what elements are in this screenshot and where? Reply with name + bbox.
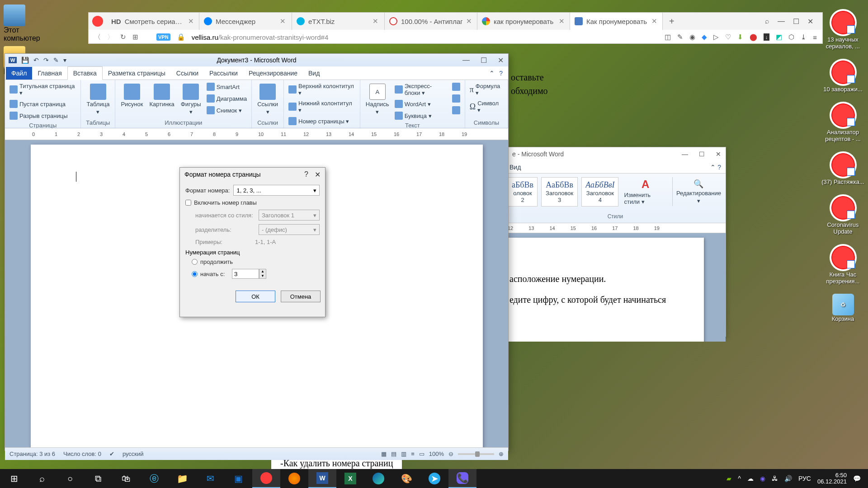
tab-view[interactable]: Вид: [303, 67, 325, 80]
back-button[interactable]: 〈: [94, 33, 101, 42]
tab-2[interactable]: Мессенджер✕: [199, 13, 292, 30]
explorer-icon[interactable]: 📁: [168, 469, 196, 488]
minimize-icon[interactable]: —: [462, 56, 470, 65]
ext-icon-3[interactable]: ▷: [713, 33, 719, 41]
tray-nvidia-icon[interactable]: ▰: [726, 475, 731, 482]
horizontal-ruler[interactable]: document.write(Array.from({length:20},(_…: [5, 128, 508, 140]
close-icon[interactable]: ✕: [651, 17, 658, 25]
header-button[interactable]: Верхний колонтитул ▾: [288, 82, 356, 97]
tab-3[interactable]: eTXT.biz✕: [292, 13, 385, 30]
cancel-button[interactable]: Отмена: [281, 291, 321, 302]
word2-document[interactable]: асположение нумерации. едите цифру, с ко…: [505, 233, 726, 342]
table-button[interactable]: Таблица▾: [85, 82, 111, 117]
ext-icon-2[interactable]: ◉: [689, 33, 695, 41]
save-icon[interactable]: 💾: [21, 56, 29, 64]
page-indicator[interactable]: Страница: 3 из 6: [9, 450, 55, 457]
close-icon[interactable]: ✕: [188, 17, 194, 25]
dialog-title-bar[interactable]: Формат номера страницы ?✕: [180, 168, 325, 181]
cube-icon[interactable]: ⬡: [788, 33, 794, 41]
search-icon[interactable]: ⌕: [765, 17, 769, 25]
cover-page-button[interactable]: Титульная страница ▾: [9, 82, 77, 97]
spell-icon[interactable]: ✔: [109, 450, 114, 457]
page-break-button[interactable]: Разрыв страницы: [9, 111, 77, 121]
word-taskbar-icon[interactable]: W: [308, 469, 336, 488]
change-styles-button[interactable]: AИзменить стили ▾: [622, 176, 668, 207]
qa-dropdown-icon[interactable]: ▾: [63, 56, 66, 64]
tab-review[interactable]: Рецензирование: [243, 67, 303, 80]
object-button[interactable]: [451, 105, 461, 115]
clock[interactable]: 6:50 06.12.2021: [817, 472, 847, 485]
app-icon[interactable]: ▣: [224, 469, 252, 488]
close-icon[interactable]: ✕: [807, 17, 813, 26]
style-heading2[interactable]: аБбВволовок 2: [508, 177, 538, 206]
opera-shortcut-5[interactable]: Coronavirus Update: [821, 194, 864, 235]
notifications-icon[interactable]: 💬: [853, 475, 861, 482]
opera-menu-button[interactable]: [89, 16, 107, 27]
ie-icon[interactable]: ⓔ: [140, 469, 168, 488]
number-format-select[interactable]: 1, 2, 3, ...▾: [233, 185, 320, 196]
undo-icon[interactable]: ↶: [33, 56, 39, 64]
close-icon[interactable]: ✕: [280, 17, 287, 25]
view-read-icon[interactable]: ▤: [391, 450, 396, 457]
textbox-button[interactable]: AНадпись▾: [364, 82, 391, 121]
paint-icon[interactable]: 🎨: [392, 469, 420, 488]
help-icon[interactable]: ?: [304, 170, 308, 179]
tab-view[interactable]: Вид: [509, 164, 521, 171]
smartart-button[interactable]: SmartArt: [206, 82, 248, 92]
sidebar-icon[interactable]: ◫: [665, 33, 671, 41]
opera-shortcut-4[interactable]: (37) Растяжка...: [821, 151, 864, 185]
help-icon[interactable]: ?: [717, 164, 721, 171]
zoom-slider[interactable]: [458, 453, 494, 455]
zoom-out-button[interactable]: ⊖: [448, 450, 453, 457]
clipart-button[interactable]: Картинка: [147, 82, 176, 117]
close-icon[interactable]: ✕: [315, 170, 321, 179]
mail-icon[interactable]: ✉: [196, 469, 224, 488]
page-number-button[interactable]: Номер страницы ▾: [288, 116, 356, 126]
datetime-button[interactable]: [451, 94, 461, 103]
view-outline-icon[interactable]: ≡: [411, 450, 415, 457]
spinner-down[interactable]: ▼: [259, 274, 266, 278]
tab-layout[interactable]: Разметка страницы: [103, 67, 171, 80]
zoom-in-button[interactable]: ⊕: [499, 450, 504, 457]
view-print-icon[interactable]: ▦: [381, 450, 387, 457]
tab-4[interactable]: 100.00% - Антиплаги...✕: [385, 13, 477, 30]
view-web-icon[interactable]: ▥: [401, 450, 406, 457]
tab-insert[interactable]: Вставка: [67, 66, 103, 80]
word-count[interactable]: Число слов: 0: [63, 450, 101, 457]
tab-mailings[interactable]: Рассылки: [204, 67, 243, 80]
language-indicator[interactable]: РУС: [798, 475, 811, 482]
tab-home[interactable]: Главная: [32, 67, 67, 80]
collapse-ribbon-icon[interactable]: ⌃: [710, 164, 716, 171]
minimize-icon[interactable]: —: [682, 150, 688, 158]
vpn-badge[interactable]: VPN: [156, 33, 170, 41]
shield-icon[interactable]: ◆: [702, 33, 707, 41]
tab-references[interactable]: Ссылки: [171, 67, 204, 80]
continue-radio[interactable]: [192, 259, 198, 265]
tray-cloud-icon[interactable]: ☁: [747, 475, 754, 482]
spinner-up[interactable]: ▲: [259, 269, 266, 274]
language-indicator[interactable]: русский: [123, 450, 144, 457]
opera-taskbar-icon[interactable]: [252, 469, 280, 488]
store-icon[interactable]: 🛍: [112, 469, 140, 488]
editing-button[interactable]: 🔍Редактирование▾: [672, 177, 723, 206]
redo-icon[interactable]: ↷: [43, 56, 49, 64]
url-text[interactable]: vellisa.ru/kak-pronumerovat-stranitsyi-w…: [192, 33, 329, 41]
screenshot-button[interactable]: Снимок ▾: [206, 105, 248, 115]
speed-dial-button[interactable]: ⊞: [132, 33, 138, 41]
tray-network-icon[interactable]: 🖧: [772, 475, 778, 482]
footer-button[interactable]: Нижний колонтитул ▾: [288, 99, 356, 114]
lock-icon[interactable]: 🔒: [177, 33, 185, 41]
equation-button[interactable]: πФормула ▾: [469, 82, 504, 97]
firefox-icon[interactable]: [280, 469, 308, 488]
close-icon[interactable]: ✕: [373, 17, 380, 25]
blank-page-button[interactable]: Пустая страница: [9, 99, 77, 109]
ok-button[interactable]: ОК: [236, 291, 275, 302]
forward-button[interactable]: 〉: [107, 33, 114, 42]
search-button[interactable]: ⌕: [28, 469, 56, 488]
quickparts-button[interactable]: Экспресс-блоки ▾: [394, 82, 448, 97]
qa-icon[interactable]: ✎: [53, 56, 59, 64]
zoom-value[interactable]: 100%: [429, 450, 444, 457]
opera-shortcut-6[interactable]: Книга Час презрения...: [821, 244, 864, 285]
viber-icon[interactable]: 📞: [448, 469, 476, 488]
tab-6-active[interactable]: Как пронумеровать с...✕: [570, 13, 663, 30]
